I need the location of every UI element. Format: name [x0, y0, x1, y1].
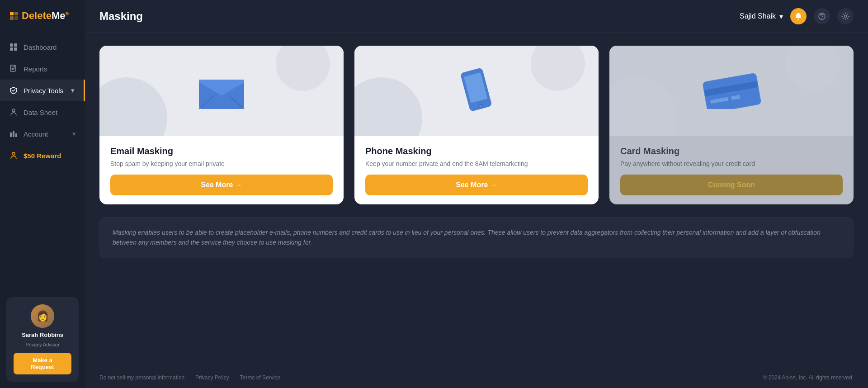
advisor-role: Privacy Advisor	[25, 342, 59, 347]
footer-links: Do not sell my personal information Priv…	[99, 374, 280, 381]
phone-icon	[461, 66, 492, 116]
svg-rect-10	[10, 132, 12, 137]
bell-icon	[794, 12, 802, 20]
card-desc: Keep your number private and end the 8AM…	[365, 160, 588, 167]
page-title: Masking	[99, 10, 143, 23]
card-title: Email Masking	[110, 146, 333, 156]
svg-point-9	[12, 109, 15, 112]
phone-masking-image	[354, 46, 599, 136]
user-menu[interactable]: Sajid Shaik ▾	[740, 12, 783, 21]
footer-link-privacy-policy[interactable]: Privacy Policy	[195, 374, 229, 381]
card-body: Email Masking Stop spam by keeping your …	[99, 136, 344, 204]
phone-masking-btn[interactable]: See More →	[365, 175, 588, 195]
sidebar-item-privacy-tools[interactable]: Privacy Tools ▾	[0, 80, 85, 101]
svg-rect-4	[10, 43, 13, 47]
chevron-down-icon: ▾	[72, 130, 76, 138]
sidebar-item-dashboard[interactable]: Dashboard	[0, 36, 85, 58]
card-masking-image	[609, 46, 854, 136]
footer-link-terms[interactable]: Terms of Service	[240, 374, 280, 381]
svg-point-16	[844, 15, 847, 18]
svg-rect-7	[14, 47, 17, 51]
logo-text: DeleteMe®	[22, 10, 69, 22]
email-masking-image	[99, 46, 344, 136]
header: Masking Sajid Shaik ▾	[85, 0, 868, 33]
reward-label: $50 Reward	[24, 152, 61, 160]
cards-grid: Email Masking Stop spam by keeping your …	[99, 46, 854, 204]
sidebar-item-label: Privacy Tools	[24, 87, 63, 95]
sidebar-item-label: Account	[24, 130, 48, 138]
gear-icon	[841, 12, 849, 20]
email-masking-card: Email Masking Stop spam by keeping your …	[99, 46, 344, 204]
grid-icon	[9, 43, 18, 52]
advisor-section: 👩 Sarah Robbins Privacy Advisor Make a R…	[6, 297, 79, 382]
card-desc: Pay anywhere without revealing your cred…	[620, 160, 843, 167]
header-right: Sajid Shaik ▾	[740, 8, 854, 24]
chevron-down-icon: ▾	[779, 12, 783, 21]
help-button[interactable]	[814, 8, 830, 24]
question-icon	[818, 12, 826, 20]
sidebar-item-reports[interactable]: Reports	[0, 58, 85, 80]
svg-rect-0	[10, 12, 14, 15]
advisor-name: Sarah Robbins	[22, 331, 63, 338]
sidebar-item-label: Data Sheet	[24, 109, 57, 116]
card-desc: Stop spam by keeping your email private	[110, 160, 333, 167]
card-body: Phone Masking Keep your number private a…	[354, 136, 599, 204]
sidebar-item-reward[interactable]: $50 Reward	[0, 145, 85, 166]
sidebar-item-label: Dashboard	[24, 43, 57, 51]
tool-icon	[9, 86, 18, 95]
cards-area: Email Masking Stop spam by keeping your …	[85, 33, 868, 367]
make-request-button[interactable]: Make a Request	[14, 353, 71, 374]
notifications-button[interactable]	[790, 8, 807, 24]
file-icon	[9, 64, 18, 73]
logo-icon	[9, 11, 19, 21]
user-name: Sajid Shaik	[740, 12, 776, 20]
settings-button[interactable]	[837, 8, 854, 24]
email-masking-btn[interactable]: See More →	[110, 175, 333, 195]
creditcard-icon	[702, 73, 761, 109]
sidebar-item-data-sheet[interactable]: Data Sheet	[0, 101, 85, 123]
sidebar-item-label: Reports	[24, 65, 47, 73]
info-box: Masking enables users to be able to crea…	[99, 217, 854, 258]
svg-rect-2	[10, 16, 14, 20]
phone-masking-card: Phone Masking Keep your number private a…	[354, 46, 599, 204]
envelope-icon	[197, 71, 246, 111]
svg-point-15	[821, 18, 822, 19]
svg-point-13	[12, 152, 15, 155]
svg-rect-1	[14, 12, 18, 15]
card-title: Card Masking	[620, 146, 843, 156]
footer-link-do-not-sell[interactable]: Do not sell my personal information	[99, 374, 184, 381]
svg-rect-3	[14, 16, 18, 20]
sidebar: DeleteMe® Dashboard	[0, 0, 85, 388]
card-title: Phone Masking	[365, 146, 588, 156]
logo[interactable]: DeleteMe®	[0, 0, 85, 32]
footer: Do not sell my personal information Priv…	[85, 367, 868, 388]
chart-icon	[9, 129, 18, 138]
svg-rect-12	[15, 133, 17, 137]
sidebar-nav: Dashboard Reports Privacy Tools	[0, 32, 85, 293]
main-content: Masking Sajid Shaik ▾	[85, 0, 868, 388]
person-icon	[9, 108, 18, 117]
person-reward-icon	[9, 151, 18, 160]
sidebar-item-account[interactable]: Account ▾	[0, 123, 85, 145]
info-text: Masking enables users to be able to crea…	[113, 227, 840, 248]
card-body: Card Masking Pay anywhere without reveal…	[609, 136, 854, 204]
card-masking-btn: Coming Soon	[620, 175, 843, 195]
chevron-down-icon: ▾	[71, 86, 75, 95]
card-masking-card: Card Masking Pay anywhere without reveal…	[609, 46, 854, 204]
avatar: 👩	[31, 304, 54, 328]
svg-rect-11	[13, 131, 14, 137]
svg-rect-5	[14, 43, 17, 47]
avatar-image: 👩	[31, 304, 54, 328]
footer-copyright: © 2024 Abine, Inc. All rights reserved.	[763, 374, 854, 381]
svg-rect-6	[10, 47, 13, 51]
